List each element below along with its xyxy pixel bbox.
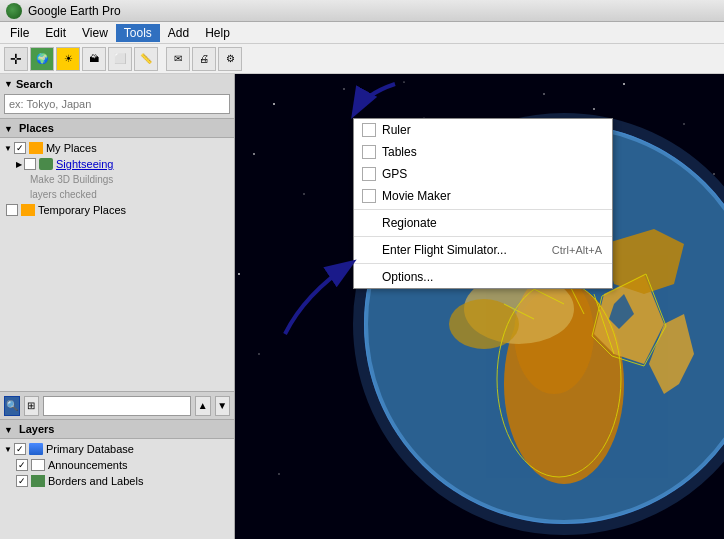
flight-simulator-label: Enter Flight Simulator... [382, 243, 507, 257]
main-layout: ▼ Search ▼ Places ▼ ✓ My Places [0, 74, 724, 539]
menu-add[interactable]: Add [160, 24, 197, 42]
regionate-label: Regionate [382, 216, 437, 230]
borders-icon [31, 475, 45, 487]
tools-tables[interactable]: Tables [354, 141, 612, 163]
left-panel: ▼ Search ▼ Places ▼ ✓ My Places [0, 74, 235, 539]
tools-options[interactable]: Options... [354, 266, 612, 288]
places-title: Places [19, 122, 54, 134]
movie-checkbox [362, 189, 376, 203]
toolbar-print-btn[interactable]: 🖨 [192, 47, 216, 71]
tools-flight-simulator[interactable]: Enter Flight Simulator... Ctrl+Alt+A [354, 239, 612, 261]
toolbar-polygon-btn[interactable]: ⬜ [108, 47, 132, 71]
layers-triangle: ▼ [4, 425, 13, 435]
layer-announcements[interactable]: ✓ Announcements [2, 457, 232, 473]
menu-file[interactable]: File [2, 24, 37, 42]
temp-checkbox[interactable] [6, 204, 18, 216]
svg-point-6 [683, 123, 684, 124]
myplaces-folder-icon [29, 142, 43, 154]
svg-point-4 [543, 93, 545, 95]
location-input[interactable] [43, 396, 191, 416]
3d-label: Make 3D Buildings [30, 174, 113, 185]
search-header: ▼ Search [4, 78, 230, 90]
svg-point-5 [623, 83, 625, 85]
menu-bar: File Edit View Tools Add Help [0, 22, 724, 44]
nav-up-btn[interactable]: ▲ [195, 396, 211, 416]
place-item-temp[interactable]: Temporary Places [2, 202, 232, 218]
borders-label: Borders and Labels [48, 475, 143, 487]
svg-point-2 [343, 88, 345, 90]
temp-folder-icon [21, 204, 35, 216]
search-triangle: ▼ [4, 79, 13, 89]
svg-point-17 [593, 108, 595, 110]
toolbar-photo-btn[interactable]: 🏔 [82, 47, 106, 71]
menu-edit[interactable]: Edit [37, 24, 74, 42]
toolbar: ✛ 🌍 ☀ 🏔 ⬜ 📏 ✉ 🖨 ⚙ [0, 44, 724, 74]
expand-icon: ▼ [4, 144, 12, 153]
toolbar-sun-btn[interactable]: ☀ [56, 47, 80, 71]
temp-label: Temporary Places [38, 204, 126, 216]
toolbar-ruler-btn[interactable]: 📏 [134, 47, 158, 71]
ruler-checkbox [362, 123, 376, 137]
search-btn[interactable]: 🔍 [4, 396, 20, 416]
nav-down-btn[interactable]: ▼ [215, 396, 231, 416]
movie-label: Movie Maker [382, 189, 451, 203]
tables-label: Tables [382, 145, 417, 159]
gps-checkbox [362, 167, 376, 181]
options-label: Options... [382, 270, 433, 284]
search-title: Search [16, 78, 53, 90]
tools-ruler[interactable]: Ruler [354, 119, 612, 141]
ruler-label: Ruler [382, 123, 411, 137]
tools-gps[interactable]: GPS [354, 163, 612, 185]
svg-point-1 [273, 103, 275, 105]
myplaces-label: My Places [46, 142, 97, 154]
tables-checkbox [362, 145, 376, 159]
layers-section: ▼ Layers ▼ ✓ Primary Database ✓ Announce… [0, 419, 234, 539]
sightseeing-label: Sightseeing [56, 158, 114, 170]
layers-content: ▼ ✓ Primary Database ✓ Announcements ✓ B… [0, 439, 234, 491]
svg-point-9 [238, 273, 240, 275]
mail-icon [31, 459, 45, 471]
toolbar-view-btn[interactable]: 🌍 [30, 47, 54, 71]
app-icon [6, 3, 22, 19]
place-item-sightseeing[interactable]: ▶ Sightseeing [2, 156, 232, 172]
menu-tools[interactable]: Tools [116, 24, 160, 42]
borders-checkbox[interactable]: ✓ [16, 475, 28, 487]
myplaces-checkbox[interactable]: ✓ [14, 142, 26, 154]
menu-separator-1 [354, 209, 612, 210]
toolbar-add-btn[interactable]: ✛ [4, 47, 28, 71]
layer-borders[interactable]: ✓ Borders and Labels [2, 473, 232, 489]
toolbar-mail-btn[interactable]: ✉ [166, 47, 190, 71]
db-checkbox[interactable]: ✓ [14, 443, 26, 455]
place-item-3d: Make 3D Buildings [2, 172, 232, 187]
announcements-checkbox[interactable]: ✓ [16, 459, 28, 471]
svg-point-12 [278, 473, 280, 475]
view-toggle-btn[interactable]: ⊞ [24, 396, 40, 416]
search-section: ▼ Search [0, 74, 234, 119]
db-label: Primary Database [46, 443, 134, 455]
app-title: Google Earth Pro [28, 4, 121, 18]
announcements-label: Announcements [48, 459, 128, 471]
sightseeing-checkbox[interactable] [24, 158, 36, 170]
toolbar-settings-btn[interactable]: ⚙ [218, 47, 242, 71]
layer-primary-db[interactable]: ▼ ✓ Primary Database [2, 441, 232, 457]
db-expand: ▼ [4, 445, 12, 454]
gps-label: GPS [382, 167, 407, 181]
title-bar: Google Earth Pro [0, 0, 724, 22]
tools-dropdown: Ruler Tables GPS Movie Maker Regionate [353, 118, 613, 289]
svg-point-16 [403, 81, 404, 82]
bottom-controls: 🔍 ⊞ ▲ ▼ [0, 391, 234, 419]
menu-help[interactable]: Help [197, 24, 238, 42]
tools-regionate[interactable]: Regionate [354, 212, 612, 234]
place-item-myplaces[interactable]: ▼ ✓ My Places [2, 140, 232, 156]
menu-view[interactable]: View [74, 24, 116, 42]
svg-point-7 [253, 153, 255, 155]
flight-simulator-shortcut: Ctrl+Alt+A [552, 244, 602, 256]
search-input[interactable] [4, 94, 230, 114]
svg-point-10 [258, 353, 259, 354]
places-triangle: ▼ [4, 124, 13, 134]
db-icon [29, 443, 43, 455]
tools-movie-maker[interactable]: Movie Maker [354, 185, 612, 207]
map-area[interactable]: Ruler Tables GPS Movie Maker Regionate [235, 74, 724, 539]
layers-title: Layers [19, 423, 54, 435]
sightseeing-expand: ▶ [16, 160, 22, 169]
